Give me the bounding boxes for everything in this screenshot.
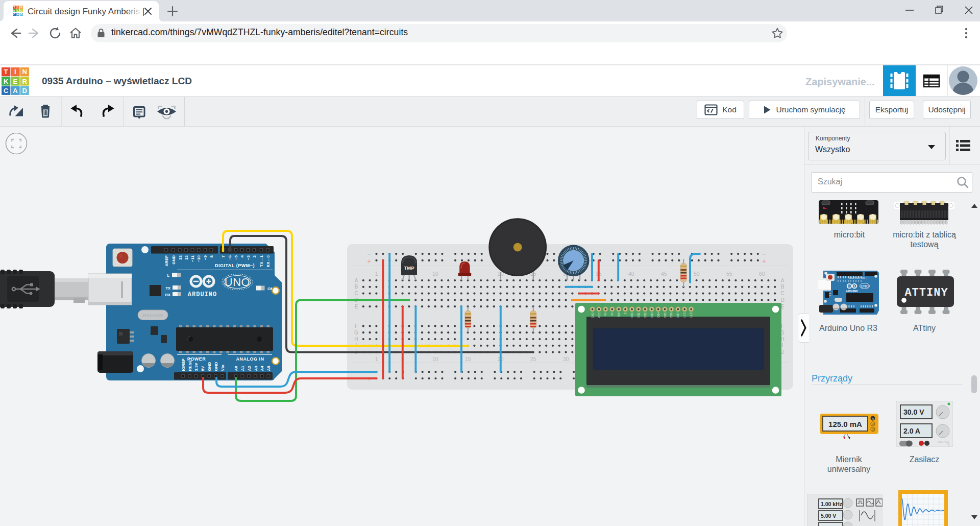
svg-text:TX→1: TX→1 <box>259 255 264 267</box>
svg-text:A2: A2 <box>247 366 252 371</box>
svg-text:8: 8 <box>209 255 214 257</box>
svg-text:10: 10 <box>432 356 438 362</box>
svg-text:~11: ~11 <box>190 255 195 262</box>
svg-text:+: + <box>762 257 766 265</box>
svg-text:RX: RX <box>165 293 170 297</box>
svg-text:1: 1 <box>375 356 378 362</box>
svg-text:E: E <box>355 304 358 309</box>
svg-text:125.0 mA: 125.0 mA <box>828 420 862 428</box>
svg-text:AREF: AREF <box>164 255 169 267</box>
svg-text:5.00 V: 5.00 V <box>821 513 836 519</box>
svg-text:DB2: DB2 <box>644 313 647 318</box>
svg-text:40: 40 <box>628 271 634 277</box>
svg-text:DB6: DB6 <box>670 313 673 318</box>
svg-text:DB3: DB3 <box>650 313 653 318</box>
svg-text:45: 45 <box>661 271 667 277</box>
svg-text:RW: RW <box>617 313 620 317</box>
svg-text:F: F <box>355 323 358 329</box>
svg-text:E: E <box>13 78 18 85</box>
svg-text:C: C <box>13 13 15 16</box>
svg-text:L: L <box>167 273 169 278</box>
svg-text:A: A <box>781 278 785 283</box>
svg-text:ATTINY: ATTINY <box>904 286 948 299</box>
svg-text:55: 55 <box>726 271 732 277</box>
svg-text:DB0: DB0 <box>630 313 633 318</box>
svg-text:A4: A4 <box>260 366 264 371</box>
svg-text:K: K <box>13 9 15 12</box>
svg-text:A3: A3 <box>254 366 258 371</box>
svg-text:T: T <box>4 68 8 76</box>
svg-text:RS: RS <box>610 312 614 316</box>
svg-text:50: 50 <box>694 271 700 277</box>
svg-text:GND: GND <box>172 255 176 265</box>
svg-text:C: C <box>780 291 784 296</box>
svg-text:RX←0: RX←0 <box>266 255 271 267</box>
svg-text:VOLTAGE: VOLTAGE <box>938 440 950 443</box>
svg-text:1.00 kHz: 1.00 kHz <box>821 501 842 507</box>
svg-text:GND: GND <box>207 362 212 371</box>
svg-text:DB7: DB7 <box>676 313 679 318</box>
svg-text:GND: GND <box>214 362 218 371</box>
svg-text:VCC: VCC <box>598 313 601 318</box>
svg-text:A: A <box>355 278 358 283</box>
svg-text:~5: ~5 <box>234 255 238 260</box>
svg-text:2: 2 <box>252 255 257 257</box>
svg-text:~10: ~10 <box>197 255 201 262</box>
svg-text:1: 1 <box>375 271 378 277</box>
svg-text:B: B <box>355 284 358 290</box>
svg-text:DB4: DB4 <box>657 313 660 318</box>
svg-text:A: A <box>17 13 19 16</box>
svg-text:~3: ~3 <box>246 255 251 260</box>
svg-text:V: V <box>872 423 874 426</box>
svg-text:Vin: Vin <box>220 365 225 371</box>
svg-text:E: E <box>17 9 19 12</box>
svg-text:IOREF: IOREF <box>181 358 186 371</box>
svg-text:DB1: DB1 <box>637 313 640 318</box>
svg-text:~6: ~6 <box>228 255 232 260</box>
svg-text:25: 25 <box>530 356 536 362</box>
svg-text:I: I <box>14 68 16 76</box>
svg-text:H: H <box>354 337 358 342</box>
svg-text:B: B <box>781 284 785 290</box>
svg-text:A: A <box>13 87 18 94</box>
svg-text:A1: A1 <box>240 366 245 371</box>
svg-text:15: 15 <box>465 356 471 362</box>
svg-text:13: 13 <box>178 255 183 259</box>
svg-text:J: J <box>781 349 784 355</box>
svg-text:D: D <box>780 297 784 303</box>
svg-text:GND: GND <box>591 313 594 319</box>
svg-text:N: N <box>22 68 27 76</box>
svg-text:C: C <box>354 291 358 296</box>
svg-text:2.0 A: 2.0 A <box>903 427 920 435</box>
svg-text:POWER: POWER <box>187 356 206 362</box>
svg-text:DB5: DB5 <box>664 313 667 318</box>
svg-text:−: − <box>367 250 371 258</box>
svg-text:4: 4 <box>240 255 244 257</box>
svg-text:ANALOG IN: ANALOG IN <box>236 356 264 362</box>
svg-text:V0: V0 <box>604 313 607 316</box>
svg-text:D: D <box>22 87 27 94</box>
svg-text:N: N <box>20 6 22 9</box>
svg-text:LED: LED <box>690 313 693 318</box>
svg-text:ARDUINO: ARDUINO <box>188 291 217 298</box>
svg-text:I: I <box>782 343 783 348</box>
svg-text:SFK16.000G: SFK16.000G <box>142 314 163 317</box>
svg-text:G: G <box>354 330 358 336</box>
svg-text:10: 10 <box>432 271 438 277</box>
svg-text:C: C <box>4 87 9 94</box>
svg-text:UNO: UNO <box>225 276 250 289</box>
svg-text:R: R <box>22 78 28 85</box>
svg-text:A0: A0 <box>234 366 238 371</box>
svg-text:K: K <box>4 78 9 85</box>
svg-text:TX: TX <box>165 286 170 291</box>
svg-text:30: 30 <box>563 356 569 362</box>
svg-text:D: D <box>20 13 22 16</box>
svg-text:A5: A5 <box>266 366 271 371</box>
svg-text:+: + <box>367 257 371 265</box>
svg-text:7: 7 <box>221 255 226 257</box>
svg-text:12: 12 <box>184 255 189 259</box>
svg-text:R: R <box>20 9 22 12</box>
svg-text:LED: LED <box>683 313 686 318</box>
svg-text:A: A <box>872 417 874 420</box>
svg-text:5V: 5V <box>201 366 205 371</box>
